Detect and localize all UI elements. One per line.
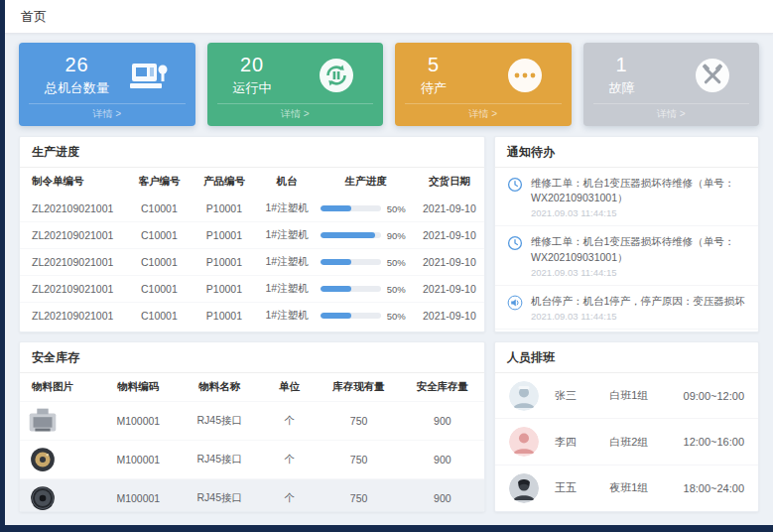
waiting-icon <box>504 55 546 96</box>
progress-track <box>321 286 380 292</box>
avatar <box>509 381 539 411</box>
panel-production-progress: 生产进度 制令单编号 客户编号 产品编号 机台 生产进度 交货日期 ZL2021 <box>19 136 485 332</box>
column-header: 机台 <box>257 168 318 196</box>
staff-time: 18:00~24:00 <box>684 482 744 494</box>
notification-item[interactable]: 计划暂停：机台1生产计划已暂停 2021.09.03 11:44:15 <box>495 330 758 332</box>
notification-text: 维修工单：机台1变压器损坏待维修（单号：WX202109031001） <box>531 234 746 264</box>
table-row[interactable]: M100001 RJ45接口 个 750 900 <box>20 441 484 479</box>
table-row[interactable]: M100001 RJ45接口 个 750 900 <box>20 479 484 513</box>
clock-icon <box>507 177 523 193</box>
cell-machine: 1#注塑机 <box>257 196 318 222</box>
column-header: 物料编码 <box>99 373 179 402</box>
notification-body: 机台停产：机台1停产，停产原因：变压器损坏 2021.09.03 11:44:1… <box>531 294 745 322</box>
stat-card-body: 20 运行中 <box>217 51 374 100</box>
column-header: 单位 <box>261 373 317 402</box>
stat-detail-link[interactable]: 详情 > <box>405 103 562 122</box>
cell-progress: 50% <box>317 196 414 222</box>
page-header: 首页 <box>5 0 773 34</box>
cell-material-code: M100001 <box>99 441 179 479</box>
staff-name: 李四 <box>555 435 609 450</box>
cell-customer: C10001 <box>127 303 193 330</box>
cell-date: 2021-09-10 <box>415 276 484 303</box>
cell-unit: 个 <box>261 441 317 479</box>
cell-stock: 750 <box>317 402 400 441</box>
table-row[interactable]: ZL202109021001 C10001 P10001 1#注塑机 50% 2… <box>20 303 484 330</box>
column-header: 安全库存量 <box>401 373 484 402</box>
cell-date: 2021-09-10 <box>415 196 484 222</box>
column-header: 交货日期 <box>415 168 484 196</box>
stat-card-body: 1 故障 <box>593 51 750 100</box>
progress-fill <box>321 259 350 265</box>
notification-time: 2021.09.03 11:44:15 <box>531 267 746 278</box>
table-row[interactable]: ZL202109021001 C10001 P10001 1#注塑机 50% 2… <box>20 249 484 276</box>
column-header: 客户编号 <box>127 168 193 196</box>
progress-track <box>321 259 380 265</box>
cell-order: ZL202109021001 <box>20 196 127 222</box>
stat-card-waiting[interactable]: 5 待产 详情 > <box>395 43 572 126</box>
cell-progress: 50% <box>317 249 414 276</box>
table-header-row: 物料图片 物料编码 物料名称 单位 库存现有量 安全库存量 <box>20 373 484 402</box>
stat-text: 1 故障 <box>609 54 635 97</box>
column-header: 库存现有量 <box>317 373 400 402</box>
staff-row: 张三 白班1组 09:00~12:00 <box>495 373 758 419</box>
fault-icon <box>692 55 733 96</box>
stat-value: 1 <box>609 54 635 76</box>
stat-label: 运行中 <box>233 79 272 97</box>
cell-date: 2021-09-10 <box>415 222 484 249</box>
stat-text: 5 待产 <box>421 54 447 97</box>
stat-label: 待产 <box>421 79 447 97</box>
table-row[interactable]: M100001 RJ45接口 个 750 900 <box>20 402 484 441</box>
progress-fill <box>321 313 350 319</box>
notification-item[interactable]: 维修工单：机台1变压器损坏待维修（单号：WX202109031001） 2021… <box>495 168 758 226</box>
progress-text: 50% <box>387 257 411 268</box>
notification-item[interactable]: 维修工单：机台1变压器损坏待维修（单号：WX202109031001） 2021… <box>495 226 758 285</box>
notification-time: 2021.09.03 11:44:15 <box>531 207 746 218</box>
production-table: 制令单编号 客户编号 产品编号 机台 生产进度 交货日期 ZL202109021… <box>20 168 484 329</box>
staff-name: 王五 <box>555 480 609 495</box>
material-image-rj45-connector <box>24 406 62 436</box>
table-row[interactable]: ZL202109021001 C10001 P10001 1#注塑机 90% 2… <box>20 222 484 249</box>
cell-progress: 50% <box>317 276 414 303</box>
column-header: 物料名称 <box>178 373 261 402</box>
cell-progress: 90% <box>317 222 414 249</box>
notification-list: 维修工单：机台1变压器损坏待维修（单号：WX202109031001） 2021… <box>495 168 758 332</box>
progress-fill <box>321 205 350 211</box>
staff-time: 12:00~16:00 <box>684 436 744 448</box>
stat-card-fault[interactable]: 1 故障 详情 > <box>583 43 760 126</box>
cell-machine: 1#注塑机 <box>257 303 318 330</box>
stat-card-running[interactable]: 20 运行中 详情 > <box>207 43 384 126</box>
notification-item[interactable]: 机台停产：机台1停产，停产原因：变压器损坏 2021.09.03 11:44:1… <box>495 286 758 330</box>
cell-material-name: RJ45接口 <box>178 402 261 441</box>
table-row[interactable]: ZL202109021001 C10001 P10001 1#注塑机 50% 2… <box>20 276 484 303</box>
cell-progress: 50% <box>317 303 414 330</box>
staff-shift: 夜班1组 <box>609 480 683 495</box>
cell-unit: 个 <box>261 402 317 441</box>
stat-text: 26 总机台数量 <box>45 54 109 97</box>
stat-detail-link[interactable]: 详情 > <box>593 103 750 122</box>
cell-material-name: RJ45接口 <box>178 441 261 479</box>
table-header-row: 制令单编号 客户编号 产品编号 机台 生产进度 交货日期 <box>20 168 484 196</box>
stat-value: 5 <box>421 54 447 76</box>
cell-safety-stock: 900 <box>401 479 484 513</box>
cell-date: 2021-09-10 <box>415 303 484 330</box>
cell-stock: 750 <box>317 479 400 513</box>
stat-detail-link[interactable]: 详情 > <box>29 103 186 122</box>
cell-order: ZL202109021001 <box>20 303 127 330</box>
cell-product: P10001 <box>192 303 257 330</box>
cell-customer: C10001 <box>127 249 193 276</box>
cell-material-code: M100001 <box>99 479 179 513</box>
notification-body: 维修工单：机台1变压器损坏待维修（单号：WX202109031001） 2021… <box>531 176 746 218</box>
stat-text: 20 运行中 <box>233 54 272 97</box>
stat-value: 26 <box>45 54 109 76</box>
stat-detail-link[interactable]: 详情 > <box>217 103 374 122</box>
cell-order: ZL202109021001 <box>20 249 127 276</box>
machine-icon <box>128 55 170 96</box>
stat-card-total-machines[interactable]: 26 总机台数量 详情 > <box>19 43 195 126</box>
cell-machine: 1#注塑机 <box>257 222 318 249</box>
cell-safety-stock: 900 <box>401 402 484 441</box>
cell-material-name: RJ45接口 <box>178 479 261 513</box>
notification-body: 维修工单：机台1变压器损坏待维修（单号：WX202109031001） 2021… <box>531 234 746 277</box>
cell-machine: 1#注塑机 <box>257 276 318 303</box>
table-row[interactable]: ZL202109021001 C10001 P10001 1#注塑机 50% 2… <box>20 196 484 222</box>
progress-text: 50% <box>387 311 411 322</box>
